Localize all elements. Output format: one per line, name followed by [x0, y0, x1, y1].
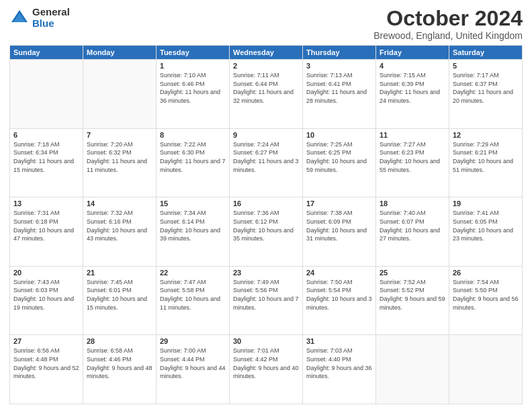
logo-general: General — [32, 7, 70, 18]
location-title: Brewood, England, United Kingdom — [373, 30, 523, 41]
day-number: 11 — [380, 131, 445, 139]
day-number: 22 — [160, 269, 226, 277]
day-number: 26 — [453, 269, 519, 277]
header: General Blue October 2024 Brewood, Engla… — [9, 7, 523, 41]
day-detail: Sunrise: 7:45 AMSunset: 6:01 PMDaylight:… — [87, 278, 152, 312]
logo-text: General Blue — [32, 7, 70, 29]
day-number: 31 — [306, 337, 372, 345]
table-row: 26Sunrise: 7:54 AMSunset: 5:50 PMDayligh… — [449, 266, 523, 335]
day-number: 29 — [160, 337, 226, 345]
table-row: 4Sunrise: 7:15 AMSunset: 6:39 PMDaylight… — [376, 60, 449, 129]
day-number: 3 — [306, 62, 372, 70]
day-detail: Sunrise: 7:13 AMSunset: 6:41 PMDaylight:… — [306, 71, 372, 105]
table-row: 13Sunrise: 7:31 AMSunset: 6:18 PMDayligh… — [10, 197, 83, 267]
day-number: 21 — [87, 269, 152, 277]
day-detail: Sunrise: 7:11 AMSunset: 6:44 PMDaylight:… — [233, 71, 299, 105]
table-row — [449, 335, 523, 404]
day-number: 23 — [233, 269, 299, 277]
table-row: 29Sunrise: 7:00 AMSunset: 4:44 PMDayligh… — [157, 335, 230, 404]
table-row: 9Sunrise: 7:24 AMSunset: 6:27 PMDaylight… — [230, 128, 303, 197]
day-detail: Sunrise: 7:03 AMSunset: 4:40 PMDaylight:… — [306, 347, 372, 380]
day-detail: Sunrise: 7:47 AMSunset: 5:58 PMDaylight:… — [160, 278, 226, 312]
calendar-week-row: 13Sunrise: 7:31 AMSunset: 6:18 PMDayligh… — [10, 197, 523, 267]
day-number: 27 — [13, 337, 79, 345]
table-row: 20Sunrise: 7:43 AMSunset: 6:03 PMDayligh… — [10, 266, 83, 335]
day-detail: Sunrise: 7:41 AMSunset: 6:05 PMDaylight:… — [453, 209, 519, 242]
day-number: 15 — [160, 199, 226, 208]
calendar-week-row: 27Sunrise: 6:56 AMSunset: 4:48 PMDayligh… — [10, 335, 523, 404]
day-detail: Sunrise: 7:36 AMSunset: 6:12 PMDaylight:… — [233, 209, 299, 242]
day-number: 12 — [453, 131, 519, 139]
table-row: 7Sunrise: 7:20 AMSunset: 6:32 PMDaylight… — [83, 128, 157, 197]
day-number: 1 — [160, 62, 226, 70]
day-detail: Sunrise: 7:01 AMSunset: 4:42 PMDaylight:… — [233, 347, 299, 380]
day-detail: Sunrise: 7:17 AMSunset: 6:37 PMDaylight:… — [453, 71, 519, 105]
title-block: October 2024 Brewood, England, United Ki… — [373, 7, 523, 41]
day-detail: Sunrise: 7:50 AMSunset: 5:54 PMDaylight:… — [306, 278, 372, 312]
table-row — [10, 60, 83, 129]
table-row — [83, 60, 157, 129]
table-row: 12Sunrise: 7:29 AMSunset: 6:21 PMDayligh… — [449, 128, 523, 197]
day-number: 2 — [233, 62, 299, 70]
day-detail: Sunrise: 7:15 AMSunset: 6:39 PMDaylight:… — [380, 71, 445, 105]
day-number: 24 — [306, 269, 372, 277]
day-number: 10 — [306, 131, 372, 139]
table-row: 15Sunrise: 7:34 AMSunset: 6:14 PMDayligh… — [157, 197, 230, 267]
table-row: 11Sunrise: 7:27 AMSunset: 6:23 PMDayligh… — [376, 128, 449, 197]
table-row: 28Sunrise: 6:58 AMSunset: 4:46 PMDayligh… — [83, 335, 157, 404]
day-number: 4 — [380, 62, 445, 70]
day-number: 7 — [87, 131, 152, 139]
day-detail: Sunrise: 7:20 AMSunset: 6:32 PMDaylight:… — [87, 140, 152, 174]
day-number: 28 — [87, 337, 152, 345]
table-row — [376, 335, 449, 404]
table-row: 27Sunrise: 6:56 AMSunset: 4:48 PMDayligh… — [10, 335, 83, 404]
table-row: 10Sunrise: 7:25 AMSunset: 6:25 PMDayligh… — [303, 128, 376, 197]
day-detail: Sunrise: 7:27 AMSunset: 6:23 PMDaylight:… — [380, 140, 445, 174]
calendar-header-row: Sunday Monday Tuesday Wednesday Thursday… — [10, 46, 523, 60]
table-row: 1Sunrise: 7:10 AMSunset: 6:46 PMDaylight… — [157, 60, 230, 129]
table-row: 14Sunrise: 7:32 AMSunset: 6:16 PMDayligh… — [83, 197, 157, 267]
table-row: 17Sunrise: 7:38 AMSunset: 6:09 PMDayligh… — [303, 197, 376, 267]
table-row: 3Sunrise: 7:13 AMSunset: 6:41 PMDaylight… — [303, 60, 376, 129]
day-number: 20 — [13, 269, 79, 277]
col-tuesday: Tuesday — [157, 46, 230, 60]
calendar-week-row: 1Sunrise: 7:10 AMSunset: 6:46 PMDaylight… — [10, 60, 523, 129]
table-row: 24Sunrise: 7:50 AMSunset: 5:54 PMDayligh… — [303, 266, 376, 335]
day-number: 8 — [160, 131, 226, 139]
day-detail: Sunrise: 6:56 AMSunset: 4:48 PMDaylight:… — [13, 347, 79, 380]
table-row: 16Sunrise: 7:36 AMSunset: 6:12 PMDayligh… — [230, 197, 303, 267]
day-detail: Sunrise: 7:25 AMSunset: 6:25 PMDaylight:… — [306, 140, 372, 174]
day-detail: Sunrise: 7:00 AMSunset: 4:44 PMDaylight:… — [160, 347, 226, 380]
day-detail: Sunrise: 7:31 AMSunset: 6:18 PMDaylight:… — [13, 209, 79, 242]
table-row: 21Sunrise: 7:45 AMSunset: 6:01 PMDayligh… — [83, 266, 157, 335]
day-number: 16 — [233, 199, 299, 208]
day-number: 30 — [233, 337, 299, 345]
day-number: 5 — [453, 62, 519, 70]
day-detail: Sunrise: 7:54 AMSunset: 5:50 PMDaylight:… — [453, 278, 519, 312]
day-number: 19 — [453, 199, 519, 208]
col-thursday: Thursday — [303, 46, 376, 60]
day-number: 13 — [13, 199, 79, 208]
logo-icon — [9, 8, 30, 28]
table-row: 25Sunrise: 7:52 AMSunset: 5:52 PMDayligh… — [376, 266, 449, 335]
day-number: 18 — [380, 199, 445, 208]
month-title: October 2024 — [373, 7, 523, 30]
day-number: 17 — [306, 199, 372, 208]
col-monday: Monday — [83, 46, 157, 60]
day-detail: Sunrise: 7:32 AMSunset: 6:16 PMDaylight:… — [87, 209, 152, 242]
table-row: 6Sunrise: 7:18 AMSunset: 6:34 PMDaylight… — [10, 128, 83, 197]
page: General Blue October 2024 Brewood, Engla… — [0, 0, 532, 411]
table-row: 30Sunrise: 7:01 AMSunset: 4:42 PMDayligh… — [230, 335, 303, 404]
day-detail: Sunrise: 7:24 AMSunset: 6:27 PMDaylight:… — [233, 140, 299, 174]
day-detail: Sunrise: 7:34 AMSunset: 6:14 PMDaylight:… — [160, 209, 226, 242]
day-detail: Sunrise: 7:49 AMSunset: 5:56 PMDaylight:… — [233, 278, 299, 312]
col-friday: Friday — [376, 46, 449, 60]
table-row: 18Sunrise: 7:40 AMSunset: 6:07 PMDayligh… — [376, 197, 449, 267]
calendar: Sunday Monday Tuesday Wednesday Thursday… — [9, 45, 523, 404]
day-detail: Sunrise: 7:10 AMSunset: 6:46 PMDaylight:… — [160, 71, 226, 105]
table-row: 31Sunrise: 7:03 AMSunset: 4:40 PMDayligh… — [303, 335, 376, 404]
logo: General Blue — [9, 7, 70, 29]
day-detail: Sunrise: 7:40 AMSunset: 6:07 PMDaylight:… — [380, 209, 445, 242]
day-detail: Sunrise: 7:29 AMSunset: 6:21 PMDaylight:… — [453, 140, 519, 174]
table-row: 23Sunrise: 7:49 AMSunset: 5:56 PMDayligh… — [230, 266, 303, 335]
